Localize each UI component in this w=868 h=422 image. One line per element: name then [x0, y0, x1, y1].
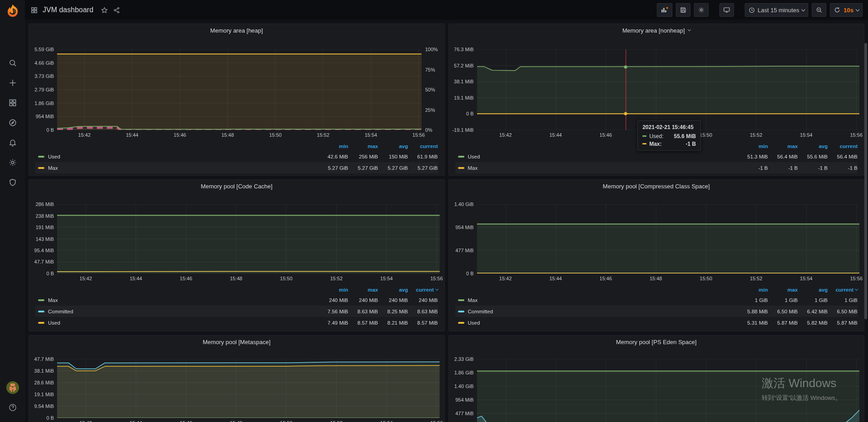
legend-series-label[interactable]: Used — [48, 320, 60, 326]
legend-swatch[interactable] — [38, 322, 44, 324]
y-axis-label: 47.7 MiB — [34, 356, 54, 362]
x-axis-label: 15:54 — [380, 276, 393, 281]
panel-header[interactable]: Memory area [heap] — [29, 24, 444, 37]
legend-sort-max[interactable]: max — [348, 287, 378, 293]
legend-value: 1 GiB — [798, 297, 828, 303]
legend-sort-max[interactable]: max — [348, 144, 378, 149]
legend-sort-avg[interactable]: avg — [378, 144, 408, 149]
legend-sort-min[interactable]: min — [318, 144, 348, 149]
legend-row: Max 1 GiB1 GiB1 GiB1 GiB — [455, 294, 858, 306]
help-button[interactable] — [0, 398, 25, 417]
legend-series-label[interactable]: Max — [48, 165, 58, 171]
y-axis-label: 57.2 MiB — [454, 63, 473, 68]
chart-canvas — [57, 204, 440, 273]
legend-value: 7.56 MiB — [318, 309, 348, 314]
legend-series-label[interactable]: Max — [468, 165, 478, 171]
legend-sort-current[interactable]: current — [408, 287, 438, 293]
x-axis-label: 15:52 — [330, 276, 343, 281]
plot-area[interactable]: 15:4215:4415:4615:4815:5015:5215:5415:56… — [477, 49, 860, 130]
legend-swatch[interactable] — [38, 299, 44, 301]
legend-sort-current[interactable]: current — [408, 144, 438, 149]
x-axis-label: 15:50 — [280, 276, 293, 281]
y-axis-label: 2.33 GiB — [454, 356, 474, 362]
search-button[interactable] — [0, 53, 25, 73]
plot-area[interactable]: 15:4215:4415:4615:4815:5015:5215:5415:56 — [477, 359, 860, 422]
legend-sort-min[interactable]: min — [738, 287, 768, 293]
save-dashboard-button[interactable] — [676, 3, 690, 17]
legend-value: -1 B — [738, 165, 768, 171]
legend-series-label[interactable]: Used — [48, 154, 60, 159]
dashboard-title[interactable]: JVM dashboard — [43, 6, 93, 14]
legend-sort-avg[interactable]: avg — [798, 287, 828, 293]
plot-area[interactable]: 15:4215:4415:4615:4815:5015:5215:5415:56 — [57, 359, 440, 418]
legend-sort-current[interactable]: current — [828, 287, 858, 293]
legend-sort-max[interactable]: max — [768, 144, 798, 149]
dashboards-button[interactable] — [0, 93, 25, 113]
legend-swatch[interactable] — [38, 167, 44, 169]
legend-sort-avg[interactable]: avg — [378, 287, 408, 293]
legend-swatch[interactable] — [458, 167, 464, 169]
y-axis-label: 4.66 GiB — [34, 60, 54, 66]
panel-title[interactable]: Memory pool [Metaspace] — [203, 339, 270, 345]
legend-swatch[interactable] — [458, 311, 464, 312]
panel-header[interactable]: Memory pool [Code Cache] — [29, 180, 444, 192]
explore-button[interactable] — [0, 113, 25, 133]
dashboard-settings-button[interactable] — [694, 3, 709, 17]
legend-series-label[interactable]: Committed — [48, 309, 73, 314]
configuration-button[interactable] — [0, 153, 25, 173]
legend-swatch[interactable] — [458, 299, 464, 301]
legend-swatch[interactable] — [38, 311, 44, 312]
legend-row: Committed 5.88 MiB6.50 MiB6.42 MiB6.50 M… — [455, 306, 858, 317]
legend-table: minmaxavgcurrent Used 42.6 MiB256 MiB150… — [35, 142, 438, 173]
legend-sort-max[interactable]: max — [768, 287, 798, 293]
grafana-logo[interactable] — [5, 3, 20, 19]
x-axis-label: 15:42 — [80, 420, 92, 422]
alerting-button[interactable] — [0, 133, 25, 153]
legend-series-label[interactable]: Max — [468, 297, 478, 303]
legend-sort-min[interactable]: min — [318, 287, 348, 293]
panel-title[interactable]: Memory area [heap] — [210, 27, 263, 34]
legend-swatch[interactable] — [458, 322, 464, 324]
legend-sort-avg[interactable]: avg — [798, 144, 828, 149]
zoom-out-button[interactable] — [812, 3, 826, 17]
legend-series-label[interactable]: Used — [468, 154, 480, 159]
plot-area[interactable]: 15:4215:4415:4615:4815:5015:5215:5415:56 — [477, 204, 860, 273]
time-range-picker[interactable]: Last 15 minutes — [745, 3, 809, 17]
legend-swatch[interactable] — [458, 156, 464, 158]
cycle-view-mode-button[interactable] — [719, 3, 734, 17]
legend-value: 56.4 MiB — [768, 154, 798, 159]
panel-title[interactable]: Memory pool [Code Cache] — [201, 183, 272, 190]
y-axis: 76.3 MiB57.2 MiB38.1 MiB19.1 MiB0 B-19.1… — [452, 49, 477, 130]
plot-area[interactable]: 15:4215:4415:4615:4815:5015:5215:5415:56 — [57, 49, 422, 130]
refresh-picker[interactable]: 10s — [830, 3, 863, 17]
y-axis-label: 954 MiB — [36, 114, 54, 119]
monitor-icon — [723, 6, 730, 14]
server-admin-button[interactable] — [0, 173, 25, 192]
legend-header: minmaxavgcurrent — [35, 285, 438, 294]
legend-swatch[interactable] — [38, 156, 44, 158]
legend-series-label[interactable]: Max — [48, 297, 58, 303]
legend-series-label[interactable]: Committed — [468, 309, 493, 314]
panel-header[interactable]: Memory pool [PS Eden Space] — [449, 336, 864, 348]
legend-sort-min[interactable]: min — [738, 144, 768, 149]
panel-title[interactable]: Memory pool [Compressed Class Space] — [603, 183, 710, 190]
user-avatar[interactable] — [0, 378, 25, 398]
page-scrollbar[interactable] — [864, 43, 867, 319]
panel-header[interactable]: Memory pool [Metaspace] — [29, 336, 444, 348]
panel-title[interactable]: Memory pool [PS Eden Space] — [616, 339, 697, 345]
legend-value: 42.6 MiB — [318, 154, 348, 159]
panel-header[interactable]: Memory area [nonheap] — [449, 24, 864, 37]
star-icon[interactable] — [101, 6, 108, 14]
add-panel-button[interactable] — [657, 3, 672, 17]
chart-canvas — [477, 359, 860, 422]
panel-memory-pool-compressed-class-space: Memory pool [Compressed Class Space] 1.4… — [448, 179, 865, 331]
legend-sort-current[interactable]: current — [828, 144, 858, 149]
legend-series-label[interactable]: Used — [468, 320, 480, 326]
panel-title[interactable]: Memory area [nonheap] — [622, 27, 685, 34]
legend-row: Used 7.49 MiB8.57 MiB8.21 MiB8.57 MiB — [35, 317, 438, 328]
panel-header[interactable]: Memory pool [Compressed Class Space] — [449, 180, 864, 192]
x-axis-label: 15:54 — [365, 132, 377, 138]
plot-area[interactable]: 15:4215:4415:4615:4815:5015:5215:5415:56 — [57, 204, 440, 273]
share-icon[interactable] — [113, 6, 121, 14]
create-button[interactable] — [0, 73, 25, 93]
